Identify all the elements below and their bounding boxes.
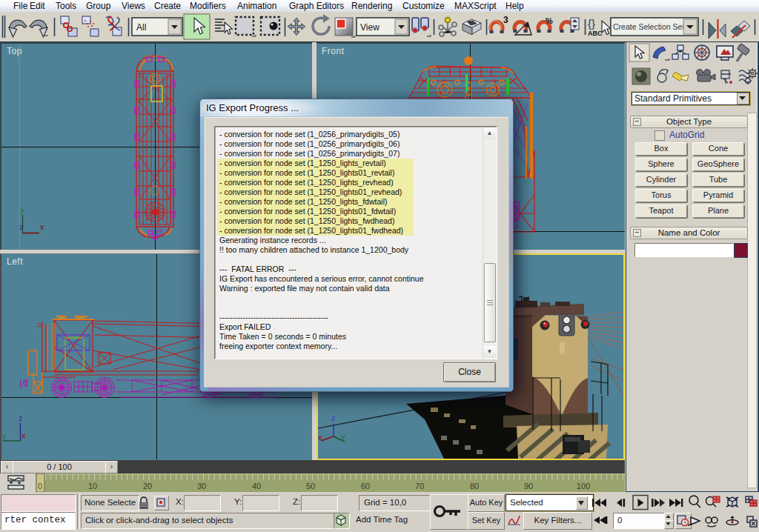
svg-text:Create Selection Set: Create Selection Set <box>613 22 684 31</box>
svg-text:View: View <box>360 22 380 33</box>
svg-text:x: x <box>40 222 44 231</box>
svg-text:z: z <box>331 413 336 422</box>
svg-text:50: 50 <box>306 482 315 491</box>
svg-text:ABC: ABC <box>588 30 603 37</box>
svg-text:x: x <box>21 431 26 440</box>
svg-text:y: y <box>20 205 24 214</box>
svg-text:20: 20 <box>143 482 152 491</box>
svg-text:60: 60 <box>361 482 370 491</box>
svg-text:{}: {} <box>588 17 595 30</box>
svg-text:z: z <box>19 222 24 231</box>
svg-text:0: 0 <box>38 482 42 491</box>
svg-text:10: 10 <box>88 482 97 491</box>
svg-text:y: y <box>341 432 345 441</box>
svg-text:30: 30 <box>197 482 206 491</box>
svg-text:y: y <box>2 431 7 440</box>
svg-text:All: All <box>136 22 146 33</box>
svg-text:70: 70 <box>415 482 424 491</box>
svg-text:80: 80 <box>470 482 479 491</box>
svg-text:3: 3 <box>503 15 508 25</box>
svg-text:%: % <box>546 16 553 25</box>
svg-text:z: z <box>19 413 23 422</box>
svg-text:40: 40 <box>252 482 261 491</box>
svg-text:100: 100 <box>577 482 590 491</box>
svg-text:90: 90 <box>524 482 533 491</box>
svg-text:x: x <box>318 433 322 442</box>
